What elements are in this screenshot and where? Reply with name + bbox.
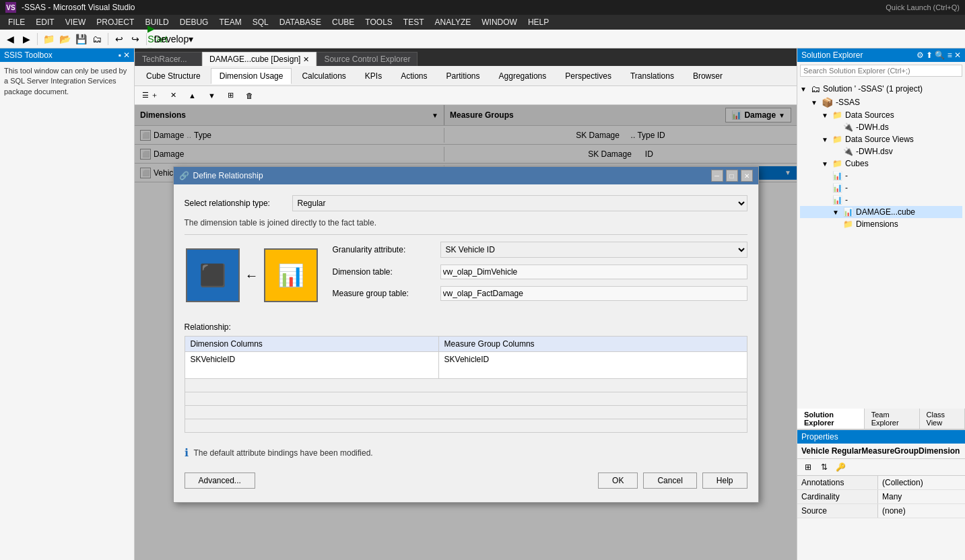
advanced-button[interactable]: Advanced...	[185, 473, 255, 489]
se-search-input[interactable]	[800, 65, 962, 77]
cubes-folder-icon: 📁	[832, 159, 842, 168]
menu-team[interactable]: TEAM	[213, 16, 246, 28]
left-panel-controls[interactable]: ▪ ✕	[118, 50, 130, 60]
tool-add-dim[interactable]: ☰ ＋	[137, 88, 163, 102]
cancel-button[interactable]: Cancel	[643, 473, 696, 489]
menu-project[interactable]: PROJECT	[91, 16, 139, 28]
menu-help[interactable]: HELP	[523, 16, 554, 28]
menu-tools[interactable]: TOOLS	[360, 16, 397, 28]
ribbon-tab-partitions[interactable]: Partitions	[438, 68, 489, 84]
props-tool-sort[interactable]: ⇅	[818, 460, 831, 474]
menu-bar: FILE EDIT VIEW PROJECT BUILD DEBUG TEAM …	[0, 15, 965, 30]
ribbon-tab-aggregations[interactable]: Aggregations	[490, 68, 556, 84]
tree-ds-item[interactable]: 🔌 -DWH.ds	[800, 121, 962, 133]
se-tab-class[interactable]: Class View	[920, 409, 966, 429]
dimensions-folder-icon: 📁	[843, 219, 853, 229]
tree-data-sources[interactable]: ▼ 📁 Data Sources	[800, 109, 962, 121]
develop-btn[interactable]: Develop▾	[166, 32, 181, 46]
tree-cubes-label: Cubes	[845, 159, 869, 168]
tool-delete[interactable]: 🗑	[241, 90, 258, 102]
info-message: The default attribute bindings have been…	[194, 448, 373, 458]
menu-edit[interactable]: EDIT	[30, 16, 59, 28]
props-value-source[interactable]: (none)	[878, 504, 965, 518]
redo-btn[interactable]: ↪	[128, 32, 143, 46]
quick-launch-text[interactable]: Quick Launch (Ctrl+Q)	[886, 3, 960, 11]
props-name-annotations: Annotations	[797, 476, 878, 489]
menu-cube[interactable]: CUBE	[327, 16, 360, 28]
tree-cubes[interactable]: ▼ 📁 Cubes	[800, 158, 962, 170]
menu-debug[interactable]: DEBUG	[174, 16, 214, 28]
ribbon-tab-browser[interactable]: Browser	[684, 68, 731, 84]
ribbon-tab-kpis[interactable]: KPIs	[356, 68, 391, 84]
tool-move-down[interactable]: ▼	[203, 90, 220, 102]
props-name-source: Source	[797, 504, 878, 518]
se-tab-team[interactable]: Team Explorer	[865, 409, 920, 429]
help-button[interactable]: Help	[702, 473, 747, 489]
ok-button[interactable]: OK	[598, 473, 638, 489]
menu-analyze[interactable]: ANALYZE	[430, 16, 477, 28]
tree-expand-project[interactable]: ▼	[811, 99, 819, 106]
save-btn[interactable]: 💾	[73, 32, 88, 46]
rel-col-dim: Dimension Columns	[185, 337, 438, 352]
doc-tab-damage-close[interactable]: ✕	[303, 55, 309, 64]
tree-expand-solution[interactable]: ▼	[800, 85, 808, 93]
menu-file[interactable]: FILE	[3, 16, 30, 28]
menu-view[interactable]: VIEW	[60, 16, 92, 28]
ribbon-tab-actions[interactable]: Actions	[392, 68, 436, 84]
back-btn[interactable]: ◀	[3, 32, 18, 46]
tree-project[interactable]: ▼ 📦 -SSAS	[800, 96, 962, 109]
se-search[interactable]	[797, 62, 965, 79]
props-value-annotations[interactable]: (Collection)	[878, 476, 965, 489]
dim-table-input	[440, 265, 747, 279]
dialog-minimize-btn[interactable]: ─	[711, 170, 723, 182]
doc-tab-damage[interactable]: DAMAGE...cube [Design] ✕	[202, 52, 317, 66]
dialog-buttons: Advanced... OK Cancel Help	[185, 464, 747, 491]
tree-solution[interactable]: ▼ 🗂 Solution ' -SSAS' (1 project)	[800, 82, 962, 96]
rel-box-fact: 📊	[264, 248, 318, 302]
ribbon-tab-perspectives[interactable]: Perspectives	[556, 68, 620, 84]
ribbon-tab-calculations[interactable]: Calculations	[293, 68, 354, 84]
props-toolbar: ⊞ ⇅ 🔑	[797, 459, 965, 476]
tree-cube-3[interactable]: 📊 -	[800, 194, 962, 206]
tree-cube-1[interactable]: 📊 -	[800, 170, 962, 182]
props-tool-filter[interactable]: 🔑	[834, 460, 847, 474]
menu-database[interactable]: DATABASE	[274, 16, 327, 28]
props-value-cardinality[interactable]: Many	[878, 490, 965, 503]
menu-window[interactable]: WINDOW	[476, 16, 523, 28]
tree-expand-ds[interactable]: ▼	[822, 112, 830, 119]
tree-dimensions[interactable]: 📁 Dimensions	[800, 218, 962, 230]
tree-expand-cube-damage[interactable]: ▼	[832, 209, 840, 216]
relationship-type-select[interactable]: Regular No Relationship Referenced Many-…	[292, 195, 747, 211]
menu-test[interactable]: TEST	[398, 16, 430, 28]
tree-dsv-item[interactable]: 🔌 -DWH.dsv	[800, 145, 962, 158]
undo-btn[interactable]: ↩	[112, 32, 127, 46]
tool-layout[interactable]: ⊞	[223, 89, 238, 102]
tree-cube-2[interactable]: 📊 -	[800, 182, 962, 194]
open-btn[interactable]: 📂	[57, 32, 72, 46]
new-project-btn[interactable]: 📁	[41, 32, 56, 46]
dim-table-label: Dimension table:	[333, 267, 440, 277]
ribbon-tab-dimension-usage[interactable]: Dimension Usage	[211, 68, 292, 84]
tree-expand-cubes[interactable]: ▼	[822, 160, 830, 168]
menu-sql[interactable]: SQL	[247, 16, 274, 28]
tool-remove[interactable]: ✕	[166, 89, 181, 102]
se-tab-solution[interactable]: Solution Explorer	[797, 409, 865, 429]
se-controls[interactable]: ⚙ ⬆ 🔍 ≡ ✕	[917, 50, 961, 60]
tool-move-up[interactable]: ▲	[184, 90, 201, 102]
props-tool-grid[interactable]: ⊞	[801, 460, 815, 474]
dialog-close-btn[interactable]: ✕	[741, 170, 753, 182]
ribbon-tab-cube-structure[interactable]: Cube Structure	[137, 68, 209, 84]
granularity-select[interactable]: SK Vehicle ID	[440, 242, 747, 258]
ribbon-tab-translations[interactable]: Translations	[622, 68, 683, 84]
dialog-info-text: The dimension table is joined directly t…	[185, 218, 747, 235]
tree-data-source-views[interactable]: ▼ 📁 Data Source Views	[800, 133, 962, 145]
tree-cube-damage[interactable]: ▼ 📊 DAMAGE...cube	[800, 206, 962, 218]
tree-expand-dsv[interactable]: ▼	[822, 136, 830, 143]
se-tabs: Solution Explorer Team Explorer Class Vi…	[797, 409, 965, 429]
doc-tab-source-control[interactable]: Source Control Explorer	[317, 52, 418, 66]
forward-btn[interactable]: ▶	[19, 32, 34, 46]
save-all-btn[interactable]: 🗂	[90, 32, 104, 46]
doc-tab-techracer[interactable]: TechRacer...	[135, 52, 202, 66]
rel-empty-row-3	[185, 406, 747, 419]
dialog-maximize-btn[interactable]: □	[726, 170, 738, 182]
